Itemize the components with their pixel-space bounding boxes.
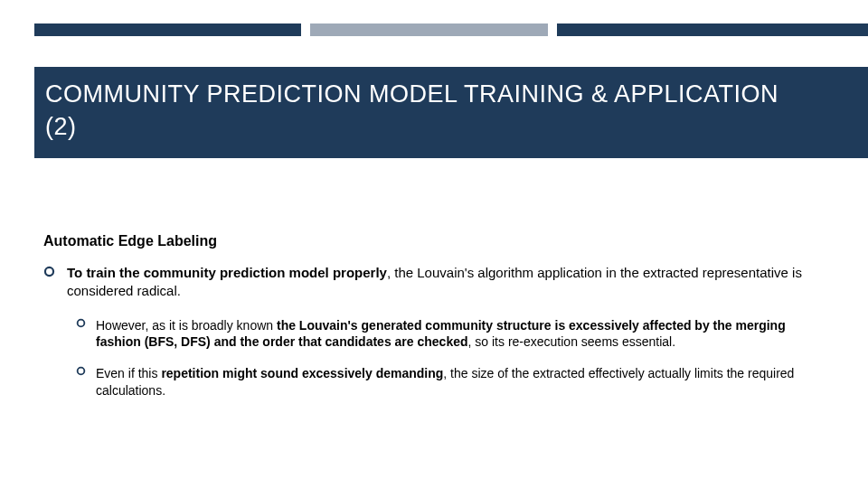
circle-bullet-icon [76, 317, 96, 352]
text-span: , so its re-execution seems essential. [468, 334, 676, 349]
title-band: COMMUNITY PREDICTION MODEL TRAINING & AP… [34, 67, 868, 158]
section-heading: Automatic Edge Labeling [43, 233, 217, 249]
svg-point-0 [45, 267, 53, 276]
list-item-text: To train the community prediction model … [67, 264, 832, 301]
slide: COMMUNITY PREDICTION MODEL TRAINING & AP… [0, 0, 868, 488]
topbar-gap [548, 23, 557, 36]
list-item: However, as it is broadly known the Louv… [76, 317, 832, 352]
body-content: To train the community prediction model … [43, 264, 832, 414]
topbar-gap [301, 23, 310, 36]
slide-title: COMMUNITY PREDICTION MODEL TRAINING & AP… [45, 78, 857, 144]
text-span: Even if this [96, 366, 161, 380]
list-item-text: Even if this repetition might sound exce… [96, 365, 832, 399]
list-item: Even if this repetition might sound exce… [76, 365, 832, 399]
svg-point-2 [78, 368, 85, 375]
list-item: To train the community prediction model … [43, 264, 832, 301]
topbar-segment-dark [34, 23, 301, 36]
slide-title-line2: (2) [45, 113, 77, 140]
topbar-segment-light [310, 23, 548, 36]
circle-bullet-icon [43, 264, 67, 301]
svg-point-1 [78, 319, 85, 326]
circle-bullet-icon [76, 365, 96, 399]
bold-span: repetition might sound excessively deman… [161, 366, 443, 380]
list-item-text: However, as it is broadly known the Louv… [96, 317, 832, 352]
slide-title-line1: COMMUNITY PREDICTION MODEL TRAINING & AP… [45, 80, 778, 108]
bold-span: To train the community prediction model … [67, 265, 387, 280]
text-span: However, as it is broadly known [96, 318, 277, 333]
nested-list: However, as it is broadly known the Louv… [76, 317, 832, 400]
topbar-segment-dark [557, 23, 868, 36]
decorative-top-bar [34, 23, 868, 36]
